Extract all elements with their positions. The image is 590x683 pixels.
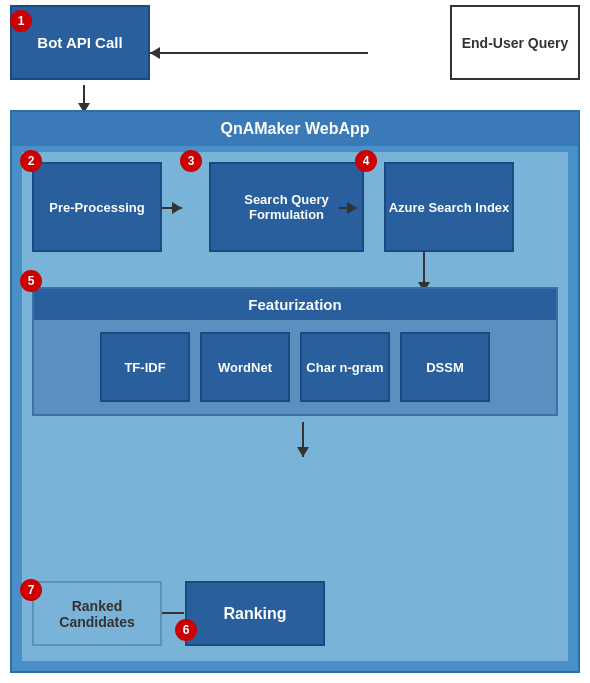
azure-box: Azure Search Index [384, 162, 514, 252]
featurization-section: Featurization TF-IDF WordNet Char n-gram… [32, 287, 558, 416]
wordnet-label: WordNet [218, 360, 272, 375]
diagram-container: 1 Bot API Call End-User Query QnAMaker W… [0, 0, 590, 683]
dssm-box: DSSM [400, 332, 490, 402]
webapp-outer: QnAMaker WebApp 2 Pre-Processing 3 Searc… [10, 110, 580, 673]
ranking-box: Ranking [185, 581, 325, 646]
arrow-search-to-azure [339, 207, 357, 209]
end-user-box: End-User Query [450, 5, 580, 80]
ranked-label: Ranked Candidates [34, 598, 160, 630]
azure-label: Azure Search Index [389, 200, 510, 215]
dssm-label: DSSM [426, 360, 464, 375]
preproc-box: Pre-Processing [32, 162, 162, 252]
wordnet-box: WordNet [200, 332, 290, 402]
badge-2: 2 [20, 150, 42, 172]
badge-6: 6 [175, 619, 197, 641]
bot-api-label: Bot API Call [37, 34, 122, 51]
arrow-feat-to-rank [302, 422, 304, 457]
arrow-azure-to-feat [423, 252, 425, 292]
ranking-label: Ranking [223, 605, 286, 623]
char-ngram-label: Char n-gram [306, 360, 383, 375]
badge-4: 4 [355, 150, 377, 172]
arrow-end-to-bot [150, 52, 368, 54]
badge-7: 7 [20, 579, 42, 601]
arrow-bot-down [83, 85, 85, 113]
preproc-label: Pre-Processing [49, 200, 144, 215]
featurization-title-bar: Featurization [34, 289, 556, 320]
arrowhead-left [150, 47, 160, 59]
webapp-inner: 2 Pre-Processing 3 Search Query Formulat… [22, 152, 568, 661]
tfidf-label: TF-IDF [124, 360, 165, 375]
tfidf-box: TF-IDF [100, 332, 190, 402]
badge-1: 1 [10, 10, 32, 32]
end-user-label: End-User Query [462, 35, 569, 51]
arrow-preproc-to-search [162, 207, 182, 209]
badge-3: 3 [180, 150, 202, 172]
webapp-title-label: QnAMaker WebApp [220, 120, 369, 137]
feature-boxes-row: TF-IDF WordNet Char n-gram DSSM [34, 320, 556, 414]
featurization-label: Featurization [248, 296, 341, 313]
webapp-title: QnAMaker WebApp [12, 112, 578, 146]
ranked-box: Ranked Candidates [32, 581, 162, 646]
char-ngram-box: Char n-gram [300, 332, 390, 402]
badge-5: 5 [20, 270, 42, 292]
